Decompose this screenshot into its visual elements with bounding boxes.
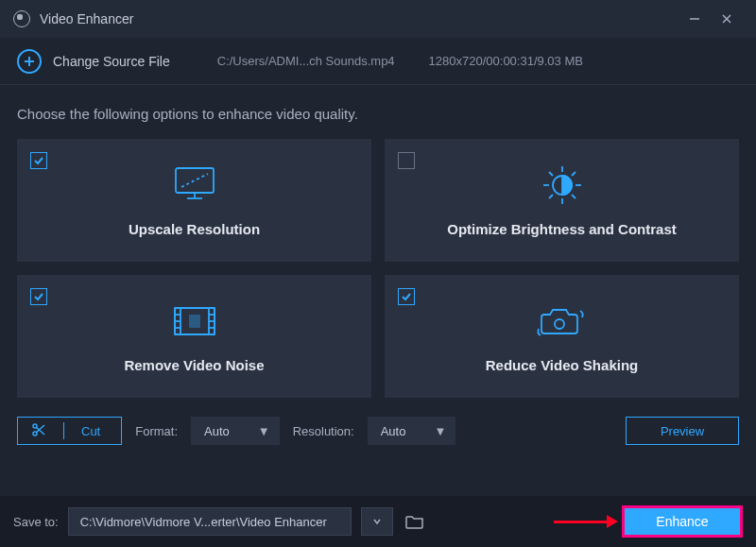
source-meta: 1280x720/00:00:31/9.03 MB bbox=[429, 54, 583, 68]
add-source-icon[interactable] bbox=[17, 49, 42, 74]
checkbox-upscale[interactable] bbox=[30, 152, 47, 169]
scissors-icon bbox=[31, 422, 46, 440]
controls-row: Cut Format: Auto ▼ Resolution: Auto ▼ Pr… bbox=[0, 398, 756, 445]
card-reduce-shaking[interactable]: Reduce Video Shaking bbox=[385, 275, 739, 398]
card-remove-noise[interactable]: Remove Video Noise bbox=[17, 275, 371, 398]
svg-rect-27 bbox=[189, 315, 200, 328]
svg-rect-5 bbox=[176, 168, 214, 193]
film-icon bbox=[171, 300, 218, 342]
footer: Save to: C:\Vidmore\Vidmore V...erter\Vi… bbox=[0, 496, 756, 547]
checkbox-brightness[interactable] bbox=[398, 152, 415, 169]
enhance-button[interactable]: Enhance bbox=[622, 505, 743, 538]
resolution-select[interactable]: Auto ▼ bbox=[368, 417, 456, 445]
preview-label: Preview bbox=[661, 424, 704, 438]
divider bbox=[63, 422, 64, 439]
save-to-label: Save to: bbox=[13, 515, 59, 529]
svg-line-17 bbox=[549, 195, 553, 198]
title-bar: Video Enhancer bbox=[0, 0, 756, 38]
card-label: Optimize Brightness and Contrast bbox=[447, 221, 677, 237]
svg-point-28 bbox=[555, 319, 564, 329]
enhance-label: Enhance bbox=[656, 514, 708, 529]
minimize-button[interactable] bbox=[679, 6, 711, 32]
cut-label: Cut bbox=[81, 424, 100, 438]
card-optimize-brightness[interactable]: Optimize Brightness and Contrast bbox=[385, 139, 739, 262]
format-select[interactable]: Auto ▼ bbox=[191, 417, 280, 445]
svg-line-14 bbox=[549, 172, 553, 176]
svg-line-15 bbox=[572, 195, 576, 198]
monitor-icon bbox=[170, 164, 219, 206]
resolution-label: Resolution: bbox=[293, 424, 354, 438]
checkbox-shaking[interactable] bbox=[398, 288, 415, 305]
save-path-dropdown[interactable] bbox=[361, 507, 393, 536]
preview-button[interactable]: Preview bbox=[626, 417, 739, 445]
checkbox-noise[interactable] bbox=[30, 288, 47, 305]
instructions-heading: Choose the following options to enhance … bbox=[0, 85, 756, 139]
browse-folder-icon[interactable] bbox=[403, 507, 427, 536]
brightness-icon bbox=[540, 164, 585, 206]
app-logo-icon bbox=[13, 10, 30, 27]
format-value: Auto bbox=[204, 424, 230, 438]
resolution-value: Auto bbox=[381, 424, 406, 438]
save-path-field[interactable]: C:\Vidmore\Vidmore V...erter\Video Enhan… bbox=[68, 507, 352, 536]
annotation-arrow bbox=[554, 515, 618, 528]
card-upscale-resolution[interactable]: Upscale Resolution bbox=[17, 139, 371, 262]
close-button[interactable] bbox=[711, 6, 743, 32]
change-source-button[interactable]: Change Source File bbox=[53, 54, 170, 69]
card-label: Upscale Resolution bbox=[129, 221, 260, 237]
caret-down-icon: ▼ bbox=[258, 424, 270, 438]
save-path-text: C:\Vidmore\Vidmore V...erter\Video Enhan… bbox=[80, 515, 327, 529]
card-label: Remove Video Noise bbox=[124, 357, 264, 373]
window-title: Video Enhancer bbox=[40, 11, 133, 26]
source-row: Change Source File C:/Users/ADMI...ch So… bbox=[0, 38, 756, 85]
source-path: C:/Users/ADMI...ch Sounds.mp4 bbox=[217, 54, 395, 68]
format-label: Format: bbox=[135, 424, 178, 438]
svg-point-29 bbox=[33, 424, 37, 428]
svg-line-16 bbox=[572, 172, 576, 176]
option-cards: Upscale Resolution Optimize Brightness a… bbox=[0, 139, 756, 398]
caret-down-icon: ▼ bbox=[434, 424, 446, 438]
camera-shake-icon bbox=[535, 300, 590, 342]
card-label: Reduce Video Shaking bbox=[486, 357, 638, 373]
svg-line-6 bbox=[181, 174, 208, 187]
cut-button[interactable]: Cut bbox=[17, 417, 122, 445]
svg-point-30 bbox=[33, 432, 37, 436]
